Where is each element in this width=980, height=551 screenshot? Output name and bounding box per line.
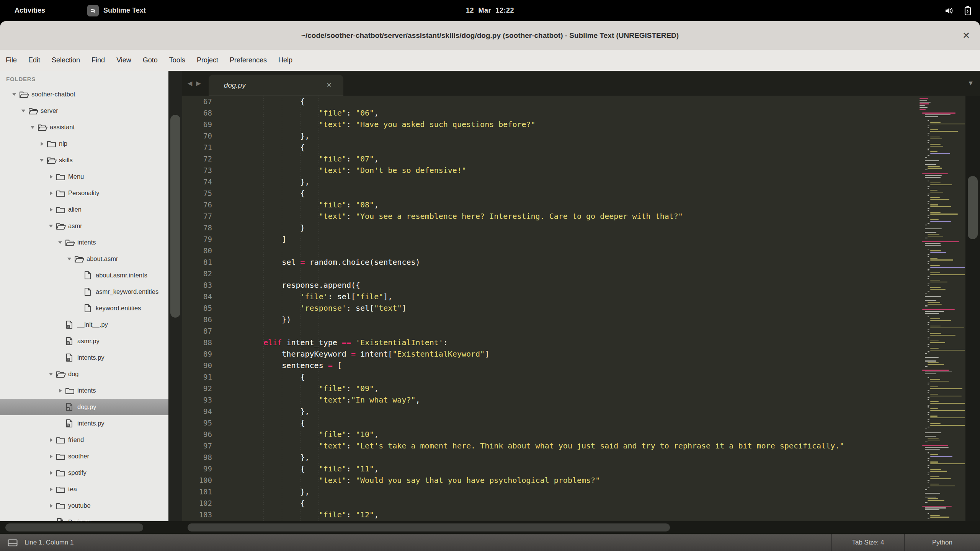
code-line-68[interactable]: 68 "file": "06", — [182, 107, 980, 119]
tree-item-about-asmr-intents[interactable]: about.asmr.intents — [0, 267, 168, 284]
tree-item-intents-py[interactable]: intents.py — [0, 415, 168, 432]
code-line-95[interactable]: 95 { — [182, 417, 980, 429]
syntax-selector[interactable]: Python — [904, 534, 980, 551]
tree-item-dog[interactable]: dog — [0, 366, 168, 382]
menu-file[interactable]: File — [0, 50, 23, 71]
expanded-arrow-icon[interactable] — [64, 257, 74, 261]
expanded-arrow-icon[interactable] — [18, 109, 28, 113]
code-line-90[interactable]: 90 sentences = [ — [182, 360, 980, 371]
menu-find[interactable]: Find — [86, 50, 111, 71]
tab-size-selector[interactable]: Tab Size: 4 — [831, 534, 904, 551]
code-line-94[interactable]: 94 }, — [182, 406, 980, 417]
code-line-99[interactable]: 99 { "file": "11", — [182, 463, 980, 474]
minimap[interactable] — [919, 97, 965, 520]
code-line-73[interactable]: 73 "text": "Don't be so defensive!" — [182, 165, 980, 176]
collapsed-arrow-icon[interactable] — [46, 174, 56, 179]
tree-item-brain-py[interactable]: Brain.py — [0, 514, 168, 521]
collapsed-arrow-icon[interactable] — [46, 191, 56, 196]
code-line-78[interactable]: 78 } — [182, 222, 980, 233]
code-line-71[interactable]: 71 { — [182, 142, 980, 153]
code-line-89[interactable]: 89 therapyKeyword = intent["ExistentialK… — [182, 348, 980, 360]
tab-dog-py[interactable]: dog.py ✕ — [209, 75, 343, 96]
code-line-85[interactable]: 85 'response': sel["text"] — [182, 302, 980, 314]
tree-item-init-py[interactable]: __init__.py — [0, 316, 168, 333]
tree-item-nlp[interactable]: nlp — [0, 135, 168, 152]
code-line-77[interactable]: 77 "text": "You see a resemblence here? … — [182, 210, 980, 222]
collapsed-arrow-icon[interactable] — [46, 438, 56, 442]
code-line-74[interactable]: 74 }, — [182, 176, 980, 187]
menu-preferences[interactable]: Preferences — [224, 50, 273, 71]
menu-project[interactable]: Project — [191, 50, 224, 71]
tree-item-assistant[interactable]: assistant — [0, 119, 168, 135]
code-line-102[interactable]: 102 { — [182, 497, 980, 509]
collapsed-arrow-icon[interactable] — [55, 388, 65, 393]
code-line-103[interactable]: 103 "file": "12", — [182, 509, 980, 520]
window-titlebar[interactable]: ~/code/soother-chatbot/server/assistant/… — [0, 21, 980, 50]
collapsed-arrow-icon[interactable] — [46, 454, 56, 459]
tree-item-personality[interactable]: Personality — [0, 185, 168, 201]
menu-goto[interactable]: Goto — [137, 50, 163, 71]
code-line-100[interactable]: 100 "text": "Would you say that you have… — [182, 474, 980, 486]
menu-selection[interactable]: Selection — [46, 50, 86, 71]
tree-item-menu[interactable]: Menu — [0, 168, 168, 185]
code-line-81[interactable]: 81 sel = random.choice(sentences) — [182, 256, 980, 268]
tree-item-friend[interactable]: friend — [0, 432, 168, 448]
tree-item-keyword-entities[interactable]: keyword.entities — [0, 300, 168, 316]
system-status-area[interactable] — [945, 6, 972, 16]
code-line-86[interactable]: 86 }) — [182, 314, 980, 325]
code-line-82[interactable]: 82 — [182, 268, 980, 279]
collapsed-arrow-icon[interactable] — [46, 471, 56, 475]
tree-item-youtube[interactable]: youtube — [0, 497, 168, 514]
tree-item-soother[interactable]: soother — [0, 448, 168, 465]
code-line-80[interactable]: 80 — [182, 245, 980, 256]
expanded-arrow-icon[interactable] — [55, 240, 65, 245]
expanded-arrow-icon[interactable] — [46, 372, 56, 376]
focused-app-indicator[interactable]: Sublime Text — [87, 5, 146, 16]
expanded-arrow-icon[interactable] — [9, 92, 19, 96]
expanded-arrow-icon[interactable] — [37, 158, 47, 162]
code-line-84[interactable]: 84 'file': sel["file"], — [182, 291, 980, 302]
expanded-arrow-icon[interactable] — [28, 125, 38, 129]
code-line-72[interactable]: 72 "file": "07", — [182, 153, 980, 165]
code-line-101[interactable]: 101 }, — [182, 486, 980, 497]
code-line-76[interactable]: 76 "file": "08", — [182, 199, 980, 210]
tree-item-asmr-keyword-entities[interactable]: asmr_keyword.entities — [0, 284, 168, 300]
tree-item-asmr-py[interactable]: asmr.py — [0, 333, 168, 349]
code-line-98[interactable]: 98 }, — [182, 452, 980, 463]
collapsed-arrow-icon[interactable] — [46, 487, 56, 492]
panel-toggle-icon[interactable] — [8, 539, 18, 546]
sidebar-scrollbar-thumb[interactable] — [170, 115, 180, 318]
tab-close-icon[interactable]: ✕ — [326, 81, 332, 89]
tree-item-asmr[interactable]: asmr — [0, 218, 168, 234]
tree-item-tea[interactable]: tea — [0, 481, 168, 497]
collapsed-arrow-icon[interactable] — [46, 504, 56, 508]
code-line-87[interactable]: 87 — [182, 325, 980, 337]
collapsed-arrow-icon[interactable] — [37, 142, 47, 146]
code-line-93[interactable]: 93 "text":"In what way?", — [182, 394, 980, 406]
code-line-88[interactable]: 88 elif intent_type == 'ExistentialInten… — [182, 337, 980, 348]
code-editor[interactable]: 67 {68 "file": "06",69 "text": "Have you… — [182, 96, 980, 521]
code-line-83[interactable]: 83 response.append({ — [182, 279, 980, 291]
menu-tools[interactable]: Tools — [163, 50, 191, 71]
editor-hscroll-thumb[interactable] — [188, 523, 670, 531]
tab-overflow-icon[interactable]: ▼ — [967, 80, 974, 87]
tree-item-server[interactable]: server — [0, 103, 168, 119]
menu-edit[interactable]: Edit — [23, 50, 46, 71]
code-line-79[interactable]: 79 ] — [182, 233, 980, 245]
tree-item-intents-py[interactable]: intents.py — [0, 349, 168, 366]
tree-item-intents[interactable]: intents — [0, 234, 168, 251]
code-line-96[interactable]: 96 "file": "10", — [182, 429, 980, 440]
tree-item-soother-chatbot[interactable]: soother-chatbot — [0, 86, 168, 103]
tree-item-about-asmr[interactable]: about.asmr — [0, 251, 168, 267]
next-tab-icon[interactable]: ▶ — [196, 80, 201, 87]
window-close-button[interactable]: ✕ — [962, 30, 970, 41]
code-line-75[interactable]: 75 { — [182, 187, 980, 199]
tree-item-alien[interactable]: alien — [0, 201, 168, 218]
tree-item-spotify[interactable]: spotify — [0, 465, 168, 481]
tree-item-intents[interactable]: intents — [0, 382, 168, 399]
code-line-92[interactable]: 92 "file": "09", — [182, 383, 980, 394]
menu-view[interactable]: View — [111, 50, 137, 71]
code-line-67[interactable]: 67 { — [182, 96, 980, 107]
collapsed-arrow-icon[interactable] — [46, 207, 56, 212]
expanded-arrow-icon[interactable] — [46, 224, 56, 228]
